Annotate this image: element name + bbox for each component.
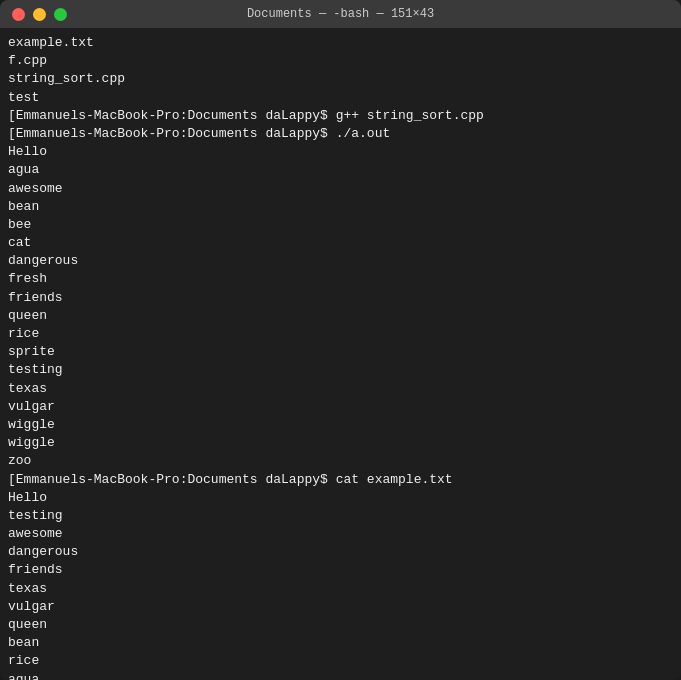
maximize-button[interactable] <box>54 8 67 21</box>
terminal-line: Hello <box>8 489 673 507</box>
terminal-line: f.cpp <box>8 52 673 70</box>
terminal-line: queen <box>8 307 673 325</box>
terminal-line: fresh <box>8 270 673 288</box>
close-button[interactable] <box>12 8 25 21</box>
terminal-line: vulgar <box>8 398 673 416</box>
terminal-line: awesome <box>8 525 673 543</box>
terminal-line: bean <box>8 198 673 216</box>
terminal-line: testing <box>8 361 673 379</box>
terminal-line: dangerous <box>8 543 673 561</box>
terminal-line: queen <box>8 616 673 634</box>
terminal-line: awesome <box>8 180 673 198</box>
terminal-line: agua <box>8 161 673 179</box>
traffic-lights <box>12 8 67 21</box>
terminal-line: texas <box>8 380 673 398</box>
terminal-line: string_sort.cpp <box>8 70 673 88</box>
terminal-line: agua <box>8 671 673 680</box>
terminal-line: dangerous <box>8 252 673 270</box>
terminal-line: [Emmanuels-MacBook-Pro:Documents daLappy… <box>8 471 673 489</box>
terminal-line: cat <box>8 234 673 252</box>
terminal-line: wiggle <box>8 434 673 452</box>
terminal-line: rice <box>8 325 673 343</box>
terminal-line: vulgar <box>8 598 673 616</box>
terminal-line: testing <box>8 507 673 525</box>
terminal-line: Hello <box>8 143 673 161</box>
terminal-body[interactable]: example.txtf.cppstring_sort.cpptest[Emma… <box>0 28 681 680</box>
window-title: Documents — -bash — 151×43 <box>247 7 434 21</box>
terminal-window: Documents — -bash — 151×43 example.txtf.… <box>0 0 681 680</box>
minimize-button[interactable] <box>33 8 46 21</box>
terminal-line: bee <box>8 216 673 234</box>
terminal-line: test <box>8 89 673 107</box>
terminal-line: sprite <box>8 343 673 361</box>
terminal-line: bean <box>8 634 673 652</box>
title-bar: Documents — -bash — 151×43 <box>0 0 681 28</box>
terminal-line: rice <box>8 652 673 670</box>
terminal-line: [Emmanuels-MacBook-Pro:Documents daLappy… <box>8 107 673 125</box>
terminal-line: zoo <box>8 452 673 470</box>
terminal-line: friends <box>8 289 673 307</box>
terminal-line: example.txt <box>8 34 673 52</box>
terminal-line: friends <box>8 561 673 579</box>
terminal-line: [Emmanuels-MacBook-Pro:Documents daLappy… <box>8 125 673 143</box>
terminal-line: wiggle <box>8 416 673 434</box>
terminal-line: texas <box>8 580 673 598</box>
